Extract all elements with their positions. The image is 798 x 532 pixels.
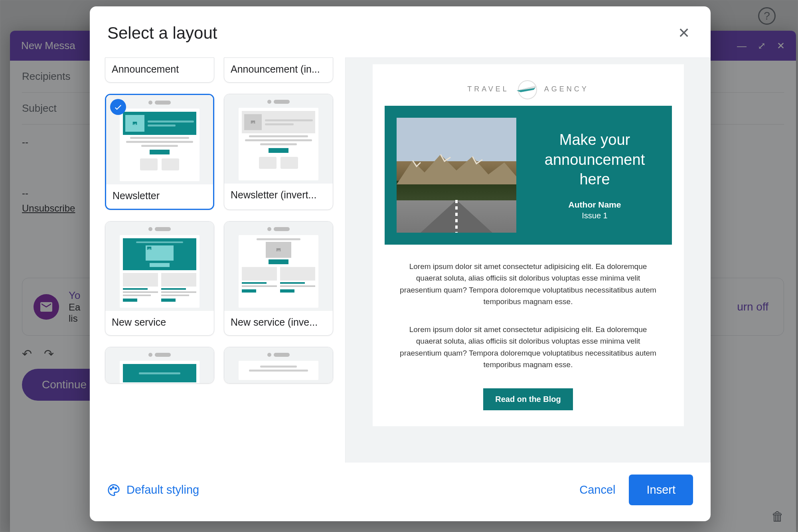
preview-headline: Make your announcement here [530,130,660,189]
layout-label: New service [105,311,214,335]
layout-card-announcement-inverted[interactable]: Announcement (in... [224,57,333,83]
layout-label: Newsletter (invert... [224,184,333,208]
preview-paragraph: Lorem ipsum dolor sit amet consectetur a… [373,308,684,371]
layout-label: Newsletter [106,184,213,209]
dialog-title: Select a layout [107,24,217,43]
layouts-column: Announcement Announcement (in... [90,57,345,463]
preview-logo: TRAVEL AGENCY [373,77,684,106]
layout-card-announcement[interactable]: Announcement [105,57,214,83]
read-blog-button[interactable]: Read on the Blog [483,388,573,410]
preview-page: TRAVEL AGENCY Make your announcement her… [373,64,684,426]
preview-author: Author Name [530,200,660,210]
preview-hero: Make your announcement here Author Name … [385,106,672,245]
palette-icon [107,484,120,496]
layout-card-partial[interactable] [105,347,214,384]
cancel-button[interactable]: Cancel [579,483,615,496]
layout-card-partial[interactable] [224,347,333,384]
layout-card-newsletter[interactable]: Newsletter [105,94,214,210]
default-styling-label: Default styling [126,483,199,496]
layout-label: Announcement (in... [224,58,333,82]
logo-text-right: AGENCY [544,85,589,93]
layout-dialog: Select a layout ✕ Announcement Announcem… [90,6,711,521]
preview-column: TRAVEL AGENCY Make your announcement her… [345,57,711,463]
svg-point-2 [115,488,117,489]
preview-issue: Issue 1 [530,211,660,220]
svg-point-0 [111,488,112,489]
preview-hero-image [397,118,516,233]
default-styling-button[interactable]: Default styling [107,483,199,496]
layout-label: New service (inve... [224,311,333,335]
plane-icon [515,82,539,96]
check-icon [110,99,126,115]
layout-label: Announcement [105,58,214,82]
preview-paragraph: Lorem ipsum dolor sit amet consectetur a… [373,245,684,308]
layout-card-new-service-inverted[interactable]: New service (inve... [224,221,333,336]
layout-card-newsletter-inverted[interactable]: Newsletter (invert... [224,94,333,210]
svg-point-1 [113,487,114,488]
layout-card-new-service[interactable]: New service [105,221,214,336]
close-icon[interactable]: ✕ [675,22,693,45]
logo-text-left: TRAVEL [467,85,509,93]
insert-button[interactable]: Insert [629,475,693,505]
